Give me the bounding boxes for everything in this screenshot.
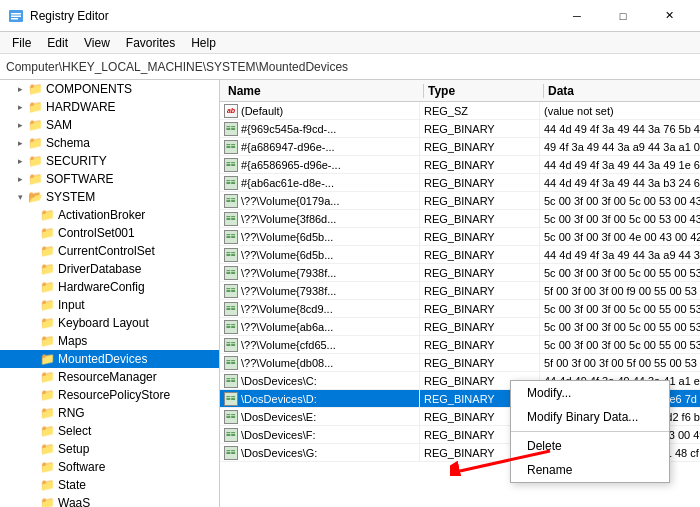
table-row[interactable]: ≡≡\??\Volume{ab6a...REG_BINARY5c 00 3f 0… [220,318,700,336]
sidebar-item-driverdatabase[interactable]: 📁DriverDatabase [0,260,219,278]
menu-item-help[interactable]: Help [183,32,224,54]
cell-data: 5f 00 3f 00 3f 00 5f 00 55 00 53 00 42 0… [540,354,700,371]
sidebar-item-system[interactable]: ▾📂SYSTEM [0,188,219,206]
cell-type: REG_BINARY [420,282,540,299]
folder-icon-schema: 📁 [28,136,44,150]
binary-icon: ≡≡ [224,140,238,154]
context-menu-item-modify[interactable]: Modify... [511,381,669,405]
sidebar-item-resourcemanager[interactable]: 📁ResourceManager [0,368,219,386]
sidebar-label-system: SYSTEM [46,190,95,204]
sidebar-item-select[interactable]: 📁Select [0,422,219,440]
sidebar-item-components[interactable]: ▸📁COMPONENTS [0,80,219,98]
menu-separator [511,431,669,432]
cell-name: ≡≡\??\Volume{7938f... [220,282,420,299]
col-data-header: Data [544,84,696,98]
close-button[interactable]: ✕ [646,4,692,28]
sidebar-label-activationbroker: ActivationBroker [58,208,145,222]
binary-icon: ≡≡ [224,428,238,442]
sidebar-item-waas[interactable]: 📁WaaS [0,494,219,507]
sidebar-item-rng[interactable]: 📁RNG [0,404,219,422]
folder-icon-software: 📁 [28,172,44,186]
sidebar-label-resourcemanager: ResourceManager [58,370,157,384]
table-row[interactable]: ≡≡\??\Volume{8cd9...REG_BINARY5c 00 3f 0… [220,300,700,318]
cell-type: REG_BINARY [420,120,540,137]
sidebar-item-resourcepolicystore[interactable]: 📁ResourcePolicyStore [0,386,219,404]
menu-item-favorites[interactable]: Favorites [118,32,183,54]
sidebar: ▸📁COMPONENTS▸📁HARDWARE▸📁SAM▸📁Schema▸📁SEC… [0,80,220,507]
sidebar-label-currentcontrolset: CurrentControlSet [58,244,155,258]
expand-icon-security: ▸ [12,156,28,166]
cell-name: ≡≡\DosDevices\E: [220,408,420,425]
sidebar-item-input[interactable]: 📁Input [0,296,219,314]
cell-data: 5c 00 3f 00 3f 00 5c 00 53 00 43 00 53 0… [540,210,700,227]
sidebar-item-sam[interactable]: ▸📁SAM [0,116,219,134]
table-row[interactable]: ≡≡#{969c545a-f9cd-...REG_BINARY44 4d 49 … [220,120,700,138]
table-row[interactable]: ≡≡\??\Volume{3f86d...REG_BINARY5c 00 3f … [220,210,700,228]
sidebar-item-maps[interactable]: 📁Maps [0,332,219,350]
title-bar-left: Registry Editor [8,8,109,24]
sidebar-label-hardwareconfig: HardwareConfig [58,280,145,294]
title-bar-controls: ─ □ ✕ [554,4,692,28]
table-row[interactable]: ≡≡#{ab6ac61e-d8e-...REG_BINARY44 4d 49 4… [220,174,700,192]
sidebar-item-mounteddevices[interactable]: 📁MountedDevices [0,350,219,368]
menu-item-file[interactable]: File [4,32,39,54]
table-row[interactable]: ≡≡\??\Volume{db08...REG_BINARY5f 00 3f 0… [220,354,700,372]
sidebar-item-keyboardlayout[interactable]: 📁Keyboard Layout [0,314,219,332]
table-row[interactable]: ≡≡\??\Volume{6d5b...REG_BINARY5c 00 3f 0… [220,228,700,246]
minimize-button[interactable]: ─ [554,4,600,28]
sidebar-item-hardware[interactable]: ▸📁HARDWARE [0,98,219,116]
table-row[interactable]: ≡≡#{a6586965-d96e-...REG_BINARY44 4d 49 … [220,156,700,174]
cell-name: ≡≡#{a686947-d96e-... [220,138,420,155]
cell-name: ≡≡\??\Volume{7938f... [220,264,420,281]
cell-data: 49 4f 3a 49 44 3a a9 44 3a a1 00 e8 1b 7… [540,138,700,155]
title-bar: Registry Editor ─ □ ✕ [0,0,700,32]
cell-data: 44 4d 49 4f 3a 49 44 3a 76 5b 41 ac 75 8… [540,120,700,137]
sidebar-label-hardware: HARDWARE [46,100,116,114]
binary-icon: ≡≡ [224,230,238,244]
folder-icon-keyboardlayout: 📁 [40,316,56,330]
sidebar-item-software[interactable]: ▸📁SOFTWARE [0,170,219,188]
sidebar-item-setup[interactable]: 📁Setup [0,440,219,458]
cell-name: ab(Default) [220,102,420,119]
sidebar-item-activationbroker[interactable]: 📁ActivationBroker [0,206,219,224]
table-row[interactable]: ≡≡\??\Volume{7938f...REG_BINARY5f 00 3f … [220,282,700,300]
folder-icon-select: 📁 [40,424,56,438]
sidebar-item-schema[interactable]: ▸📁Schema [0,134,219,152]
expand-icon-system: ▾ [12,192,28,202]
cell-name: ≡≡\??\Volume{0179a... [220,192,420,209]
folder-icon-activationbroker: 📁 [40,208,56,222]
cell-name: ≡≡\??\Volume{db08... [220,354,420,371]
table-row[interactable]: ≡≡\??\Volume{6d5b...REG_BINARY44 4d 49 4… [220,246,700,264]
menu-item-edit[interactable]: Edit [39,32,76,54]
table-row[interactable]: ≡≡#{a686947-d96e-...REG_BINARY49 4f 3a 4… [220,138,700,156]
expand-icon-hardware: ▸ [12,102,28,112]
folder-icon-components: 📁 [28,82,44,96]
table-row[interactable]: ≡≡\??\Volume{0179a...REG_BINARY5c 00 3f … [220,192,700,210]
cell-type: REG_BINARY [420,192,540,209]
binary-icon: ≡≡ [224,446,238,460]
svg-rect-1 [11,13,21,15]
cell-data: 5c 00 3f 00 3f 00 5c 00 53 00 43 00 53 0… [540,192,700,209]
svg-rect-3 [11,18,18,20]
table-row[interactable]: ab(Default)REG_SZ(value not set) [220,102,700,120]
folder-icon-hardwareconfig: 📁 [40,280,56,294]
folder-icon-system: 📂 [28,190,44,204]
sidebar-label-software2: Software [58,460,105,474]
binary-icon: ≡≡ [224,122,238,136]
sidebar-item-software2[interactable]: 📁Software [0,458,219,476]
cell-name: ≡≡#{a6586965-d96e-... [220,156,420,173]
table-row[interactable]: ≡≡\??\Volume{cfd65...REG_BINARY5c 00 3f … [220,336,700,354]
sidebar-label-resourcepolicystore: ResourcePolicyStore [58,388,170,402]
context-menu-item-modify-binary[interactable]: Modify Binary Data... [511,405,669,429]
sidebar-item-security[interactable]: ▸📁SECURITY [0,152,219,170]
sidebar-item-controlset001[interactable]: 📁ControlSet001 [0,224,219,242]
binary-icon: ≡≡ [224,302,238,316]
cell-type: REG_BINARY [420,210,540,227]
maximize-button[interactable]: □ [600,4,646,28]
sidebar-item-currentcontrolset[interactable]: 📁CurrentControlSet [0,242,219,260]
sidebar-item-state[interactable]: 📁State [0,476,219,494]
sidebar-item-hardwareconfig[interactable]: 📁HardwareConfig [0,278,219,296]
table-row[interactable]: ≡≡\??\Volume{7938f...REG_BINARY5c 00 3f … [220,264,700,282]
menu-item-view[interactable]: View [76,32,118,54]
sidebar-label-input: Input [58,298,85,312]
